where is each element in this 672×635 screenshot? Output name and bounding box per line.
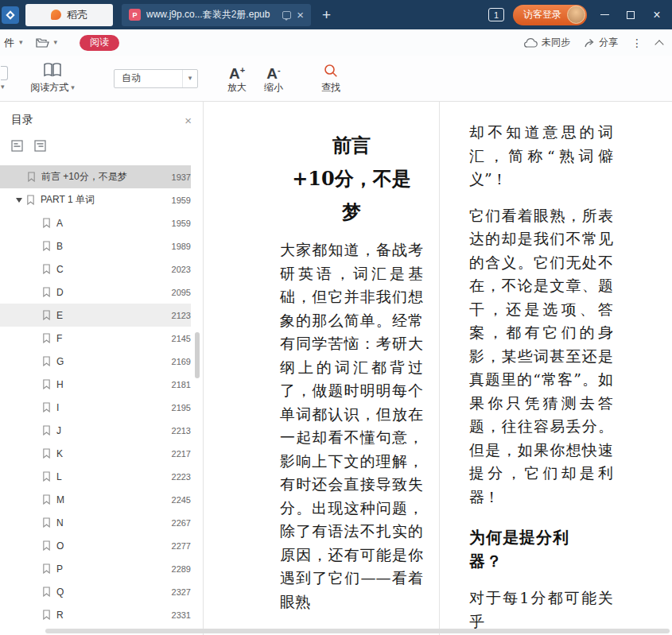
toc-item-page: 2213 (172, 426, 191, 436)
toc-item[interactable]: Q2327 (0, 580, 191, 603)
collapse-levels-icon[interactable] (11, 140, 23, 155)
reading-mode-label: 阅读方式 (30, 81, 68, 95)
docer-flame-icon (51, 10, 61, 20)
reading-mode-button[interactable]: 阅读方式 ▾ (25, 62, 80, 95)
toc-item[interactable]: N2267 (0, 511, 191, 534)
tab-close-icon[interactable]: × (297, 9, 304, 21)
toc-item[interactable]: F2145 (0, 327, 191, 350)
toc-item-label: I (56, 402, 165, 413)
toc-item-label: F (56, 333, 165, 344)
toc-list: 前言 +10分，不是梦1937PART 1 单词1959A1959B1989C2… (0, 165, 203, 626)
toc-item-page: 1959 (172, 219, 191, 228)
toc-item[interactable]: PART 1 单词1959 (0, 188, 191, 211)
bookmark-icon (27, 172, 36, 182)
toc-item[interactable]: D2095 (0, 281, 191, 304)
toc-item[interactable]: B1989 (0, 234, 191, 257)
view-mode-value: 自动 (122, 72, 141, 85)
toc-item-page: 2331 (172, 610, 191, 620)
logo-glyph-icon (6, 10, 14, 19)
toc-item[interactable]: C2023 (0, 257, 191, 281)
toc-item[interactable]: G2169 (0, 350, 191, 373)
tab-docer-label: 稻壳 (67, 8, 87, 22)
caret-down-icon: ▾ (188, 75, 192, 82)
share-button[interactable]: 分享 (584, 36, 618, 49)
toc-item[interactable]: J2213 (0, 419, 191, 442)
toc-item[interactable]: O2277 (0, 534, 191, 557)
share-label: 分享 (599, 36, 618, 49)
toc-item[interactable]: 前言 +10分，不是梦1937 (0, 165, 191, 188)
file-menu[interactable]: 件 (4, 36, 14, 50)
guest-login-button[interactable]: 访客登录 (513, 5, 587, 25)
toc-item-label: M (56, 494, 165, 505)
chapter-title: 前言 +10分，不是 梦 (280, 129, 423, 229)
toc-item-page: 2223 (172, 472, 191, 482)
bookmark-icon (42, 287, 51, 297)
tab-document-label: www.j9p.co...套装共2册.epub (146, 8, 277, 21)
toc-item[interactable]: P2289 (0, 557, 191, 580)
sync-status[interactable]: 未同步 (523, 36, 570, 49)
maximize-button[interactable] (622, 6, 639, 24)
sidebar-scrollbar[interactable] (195, 332, 200, 378)
caret-down-icon[interactable]: ▾ (54, 39, 58, 46)
toc-item-page: 2095 (172, 288, 191, 297)
toc-item[interactable]: K2217 (0, 442, 191, 465)
select-caret[interactable]: ▾ (182, 70, 197, 87)
horizontal-scrollbar[interactable] (45, 629, 670, 633)
close-panel-icon[interactable]: × (185, 114, 192, 126)
find-button[interactable]: 查找 (313, 63, 349, 95)
toc-item-label: B (56, 241, 165, 252)
application-window: 稻壳 P www.j9p.co...套装共2册.epub × + 1 访客登录 … (0, 0, 672, 635)
toc-item-label: R (56, 610, 165, 621)
toc-item[interactable]: L2223 (0, 465, 191, 488)
titlebar-right: 1 访客登录 × (488, 5, 672, 25)
more-menu-button[interactable]: ⋮ (631, 37, 643, 49)
caret-down-icon[interactable]: ▾ (19, 39, 23, 46)
toc-item-page: 2023 (172, 265, 191, 274)
cloud-icon (523, 37, 538, 48)
caret-down-icon: ▾ (1, 83, 5, 91)
toc-item-page: 2277 (172, 541, 191, 551)
main-area: 目录 × 前言 +10分，不是梦1937PART 1 单词1959A1959B1… (0, 102, 672, 635)
zoom-in-button[interactable]: A+ 放大 (219, 62, 255, 95)
window-count-badge[interactable]: 1 (488, 8, 504, 21)
book-page-left: 前言 +10分，不是 梦 大家都知道，备战考研英语，词汇是基础，但它并非我们想象… (204, 102, 440, 635)
view-mode-select[interactable]: 自动 ▾ (114, 69, 198, 88)
toc-item-page: 1989 (172, 242, 191, 251)
wps-logo-icon[interactable] (2, 6, 19, 24)
tab-document[interactable]: P www.j9p.co...套装共2册.epub × (122, 4, 311, 26)
toc-item[interactable]: A1959 (0, 211, 191, 234)
pin-tab-icon[interactable] (282, 11, 291, 19)
toc-item-page: 2195 (172, 403, 191, 412)
toc-item[interactable]: I2195 (0, 396, 191, 419)
chevron-up-icon (655, 40, 663, 48)
toc-item[interactable]: E2123 (0, 304, 191, 327)
bookmark-icon (42, 587, 51, 597)
bookmark-icon (42, 517, 51, 528)
toc-panel-title: 目录 (11, 113, 33, 127)
clipped-button[interactable]: ▾ (1, 66, 12, 91)
read-mode-badge[interactable]: 阅读 (80, 35, 119, 51)
quick-toolbar-right: 未同步 分享 ⋮ (523, 36, 662, 49)
toc-item-page: 2169 (172, 357, 191, 366)
expand-caret-icon[interactable] (16, 198, 22, 203)
toc-item-page: 2289 (172, 564, 191, 574)
guest-login-label: 访客登录 (523, 8, 561, 21)
toc-item-label: H (56, 379, 165, 390)
toc-item[interactable]: M2245 (0, 488, 191, 511)
toc-item-page: 2145 (172, 334, 191, 343)
bookmark-icon (42, 218, 51, 228)
new-tab-button[interactable]: + (322, 7, 331, 22)
zoom-out-button[interactable]: A- 缩小 (255, 62, 292, 95)
collapse-toolbar-button[interactable] (656, 38, 662, 48)
toc-item[interactable]: H2181 (0, 373, 191, 396)
clipped-icon (1, 66, 8, 80)
tab-docer-home[interactable]: 稻壳 (25, 4, 113, 26)
expand-levels-icon[interactable] (34, 140, 46, 155)
toc-item[interactable]: R2331 (0, 603, 191, 626)
epub-file-icon: P (129, 9, 141, 21)
close-button[interactable]: × (648, 6, 666, 24)
toc-item-page: 2181 (172, 380, 191, 389)
open-folder-icon[interactable] (36, 37, 49, 48)
minimize-button[interactable] (596, 6, 613, 24)
minimize-icon (600, 14, 609, 15)
